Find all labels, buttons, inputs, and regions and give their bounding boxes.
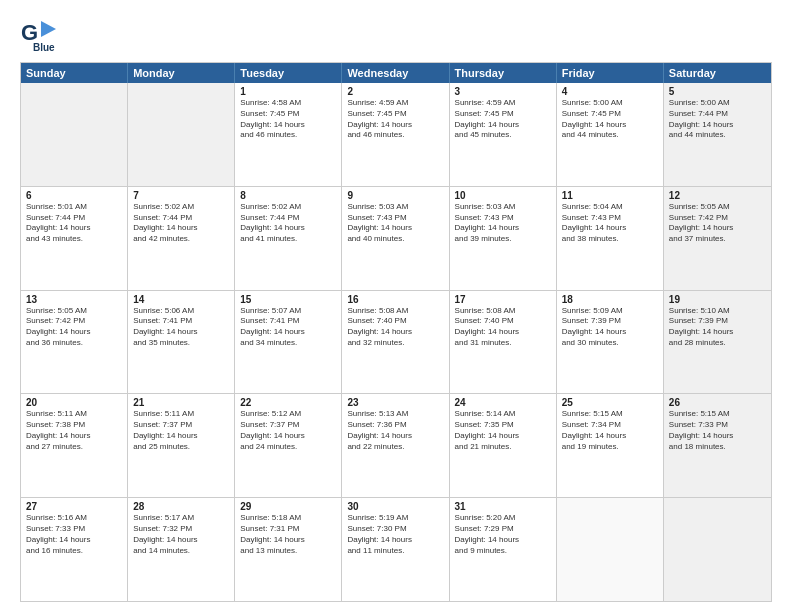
day-number: 23: [347, 397, 443, 408]
day-info: Sunrise: 5:13 AM Sunset: 7:36 PM Dayligh…: [347, 409, 443, 452]
calendar-cell: [664, 498, 771, 601]
header-day-thursday: Thursday: [450, 63, 557, 83]
day-info: Sunrise: 5:05 AM Sunset: 7:42 PM Dayligh…: [669, 202, 766, 245]
day-info: Sunrise: 5:20 AM Sunset: 7:29 PM Dayligh…: [455, 513, 551, 556]
day-info: Sunrise: 5:05 AM Sunset: 7:42 PM Dayligh…: [26, 306, 122, 349]
day-info: Sunrise: 5:08 AM Sunset: 7:40 PM Dayligh…: [347, 306, 443, 349]
calendar-cell: 5Sunrise: 5:00 AM Sunset: 7:44 PM Daylig…: [664, 83, 771, 186]
day-info: Sunrise: 5:11 AM Sunset: 7:38 PM Dayligh…: [26, 409, 122, 452]
calendar-cell: 20Sunrise: 5:11 AM Sunset: 7:38 PM Dayli…: [21, 394, 128, 497]
day-info: Sunrise: 5:19 AM Sunset: 7:30 PM Dayligh…: [347, 513, 443, 556]
day-number: 9: [347, 190, 443, 201]
calendar: SundayMondayTuesdayWednesdayThursdayFrid…: [20, 62, 772, 602]
day-number: 11: [562, 190, 658, 201]
calendar-row-3: 20Sunrise: 5:11 AM Sunset: 7:38 PM Dayli…: [21, 393, 771, 497]
day-info: Sunrise: 5:10 AM Sunset: 7:39 PM Dayligh…: [669, 306, 766, 349]
day-info: Sunrise: 5:15 AM Sunset: 7:33 PM Dayligh…: [669, 409, 766, 452]
day-info: Sunrise: 5:14 AM Sunset: 7:35 PM Dayligh…: [455, 409, 551, 452]
day-number: 24: [455, 397, 551, 408]
calendar-cell: 31Sunrise: 5:20 AM Sunset: 7:29 PM Dayli…: [450, 498, 557, 601]
header-day-tuesday: Tuesday: [235, 63, 342, 83]
day-info: Sunrise: 4:58 AM Sunset: 7:45 PM Dayligh…: [240, 98, 336, 141]
day-info: Sunrise: 5:04 AM Sunset: 7:43 PM Dayligh…: [562, 202, 658, 245]
calendar-cell: [557, 498, 664, 601]
day-number: 15: [240, 294, 336, 305]
day-number: 25: [562, 397, 658, 408]
calendar-header: SundayMondayTuesdayWednesdayThursdayFrid…: [21, 63, 771, 83]
header-day-wednesday: Wednesday: [342, 63, 449, 83]
calendar-body: 1Sunrise: 4:58 AM Sunset: 7:45 PM Daylig…: [21, 83, 771, 601]
day-number: 4: [562, 86, 658, 97]
calendar-row-1: 6Sunrise: 5:01 AM Sunset: 7:44 PM Daylig…: [21, 186, 771, 290]
calendar-row-4: 27Sunrise: 5:16 AM Sunset: 7:33 PM Dayli…: [21, 497, 771, 601]
day-info: Sunrise: 5:07 AM Sunset: 7:41 PM Dayligh…: [240, 306, 336, 349]
svg-text:Blue: Blue: [33, 42, 55, 53]
calendar-cell: 14Sunrise: 5:06 AM Sunset: 7:41 PM Dayli…: [128, 291, 235, 394]
calendar-cell: 26Sunrise: 5:15 AM Sunset: 7:33 PM Dayli…: [664, 394, 771, 497]
logo-svg: G Blue: [20, 16, 58, 54]
calendar-cell: 7Sunrise: 5:02 AM Sunset: 7:44 PM Daylig…: [128, 187, 235, 290]
calendar-cell: 6Sunrise: 5:01 AM Sunset: 7:44 PM Daylig…: [21, 187, 128, 290]
day-info: Sunrise: 5:01 AM Sunset: 7:44 PM Dayligh…: [26, 202, 122, 245]
header-day-friday: Friday: [557, 63, 664, 83]
day-info: Sunrise: 5:16 AM Sunset: 7:33 PM Dayligh…: [26, 513, 122, 556]
day-number: 28: [133, 501, 229, 512]
day-info: Sunrise: 4:59 AM Sunset: 7:45 PM Dayligh…: [455, 98, 551, 141]
calendar-cell: 30Sunrise: 5:19 AM Sunset: 7:30 PM Dayli…: [342, 498, 449, 601]
page-header: G Blue: [20, 16, 772, 54]
day-number: 22: [240, 397, 336, 408]
header-day-saturday: Saturday: [664, 63, 771, 83]
calendar-cell: 10Sunrise: 5:03 AM Sunset: 7:43 PM Dayli…: [450, 187, 557, 290]
calendar-cell: 22Sunrise: 5:12 AM Sunset: 7:37 PM Dayli…: [235, 394, 342, 497]
day-number: 13: [26, 294, 122, 305]
day-number: 17: [455, 294, 551, 305]
calendar-cell: 28Sunrise: 5:17 AM Sunset: 7:32 PM Dayli…: [128, 498, 235, 601]
calendar-cell: 8Sunrise: 5:02 AM Sunset: 7:44 PM Daylig…: [235, 187, 342, 290]
calendar-cell: 2Sunrise: 4:59 AM Sunset: 7:45 PM Daylig…: [342, 83, 449, 186]
logo: G Blue: [20, 16, 58, 54]
day-info: Sunrise: 5:17 AM Sunset: 7:32 PM Dayligh…: [133, 513, 229, 556]
calendar-cell: 17Sunrise: 5:08 AM Sunset: 7:40 PM Dayli…: [450, 291, 557, 394]
calendar-cell: [128, 83, 235, 186]
calendar-cell: 24Sunrise: 5:14 AM Sunset: 7:35 PM Dayli…: [450, 394, 557, 497]
day-info: Sunrise: 5:12 AM Sunset: 7:37 PM Dayligh…: [240, 409, 336, 452]
day-number: 5: [669, 86, 766, 97]
day-info: Sunrise: 5:02 AM Sunset: 7:44 PM Dayligh…: [240, 202, 336, 245]
day-info: Sunrise: 5:09 AM Sunset: 7:39 PM Dayligh…: [562, 306, 658, 349]
calendar-row-0: 1Sunrise: 4:58 AM Sunset: 7:45 PM Daylig…: [21, 83, 771, 186]
day-number: 12: [669, 190, 766, 201]
day-info: Sunrise: 5:00 AM Sunset: 7:45 PM Dayligh…: [562, 98, 658, 141]
calendar-cell: 3Sunrise: 4:59 AM Sunset: 7:45 PM Daylig…: [450, 83, 557, 186]
day-number: 10: [455, 190, 551, 201]
calendar-cell: [21, 83, 128, 186]
calendar-cell: 29Sunrise: 5:18 AM Sunset: 7:31 PM Dayli…: [235, 498, 342, 601]
calendar-cell: 25Sunrise: 5:15 AM Sunset: 7:34 PM Dayli…: [557, 394, 664, 497]
day-number: 29: [240, 501, 336, 512]
day-number: 2: [347, 86, 443, 97]
calendar-cell: 9Sunrise: 5:03 AM Sunset: 7:43 PM Daylig…: [342, 187, 449, 290]
calendar-cell: 18Sunrise: 5:09 AM Sunset: 7:39 PM Dayli…: [557, 291, 664, 394]
day-number: 16: [347, 294, 443, 305]
day-number: 1: [240, 86, 336, 97]
day-number: 31: [455, 501, 551, 512]
calendar-cell: 16Sunrise: 5:08 AM Sunset: 7:40 PM Dayli…: [342, 291, 449, 394]
day-info: Sunrise: 5:18 AM Sunset: 7:31 PM Dayligh…: [240, 513, 336, 556]
svg-marker-1: [41, 21, 56, 37]
day-number: 18: [562, 294, 658, 305]
day-number: 27: [26, 501, 122, 512]
day-number: 14: [133, 294, 229, 305]
day-info: Sunrise: 4:59 AM Sunset: 7:45 PM Dayligh…: [347, 98, 443, 141]
day-number: 21: [133, 397, 229, 408]
calendar-cell: 1Sunrise: 4:58 AM Sunset: 7:45 PM Daylig…: [235, 83, 342, 186]
day-number: 3: [455, 86, 551, 97]
calendar-cell: 4Sunrise: 5:00 AM Sunset: 7:45 PM Daylig…: [557, 83, 664, 186]
header-day-monday: Monday: [128, 63, 235, 83]
calendar-cell: 19Sunrise: 5:10 AM Sunset: 7:39 PM Dayli…: [664, 291, 771, 394]
day-info: Sunrise: 5:06 AM Sunset: 7:41 PM Dayligh…: [133, 306, 229, 349]
day-info: Sunrise: 5:03 AM Sunset: 7:43 PM Dayligh…: [455, 202, 551, 245]
calendar-cell: 11Sunrise: 5:04 AM Sunset: 7:43 PM Dayli…: [557, 187, 664, 290]
day-number: 20: [26, 397, 122, 408]
calendar-cell: 27Sunrise: 5:16 AM Sunset: 7:33 PM Dayli…: [21, 498, 128, 601]
day-info: Sunrise: 5:08 AM Sunset: 7:40 PM Dayligh…: [455, 306, 551, 349]
day-info: Sunrise: 5:03 AM Sunset: 7:43 PM Dayligh…: [347, 202, 443, 245]
